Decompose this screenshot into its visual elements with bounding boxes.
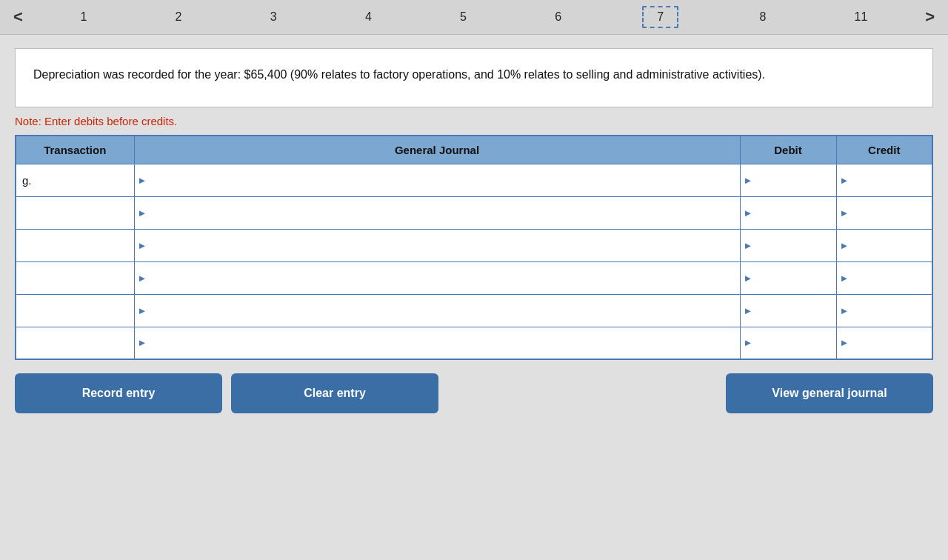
cell-journal-2[interactable]: ► bbox=[134, 229, 740, 261]
cell-credit-5[interactable]: ► bbox=[836, 327, 932, 359]
table-row: ► ► ► bbox=[16, 229, 932, 261]
debit-arrow-5: ► bbox=[741, 338, 753, 347]
cell-transaction-2[interactable] bbox=[16, 229, 134, 261]
debit-arrow-3: ► bbox=[741, 273, 753, 283]
view-general-journal-button[interactable]: View general journal bbox=[726, 373, 933, 413]
nav-tabs: 1 2 3 4 5 6 7 8 11 bbox=[36, 6, 912, 28]
cell-debit-4[interactable]: ► bbox=[740, 294, 836, 327]
description-box: Depreciation was recorded for the year: … bbox=[15, 48, 933, 107]
table-row: ► ► ► bbox=[16, 196, 932, 229]
col-header-debit: Debit bbox=[740, 136, 836, 164]
cell-journal-0[interactable]: ► bbox=[134, 164, 740, 196]
cell-debit-3[interactable]: ► bbox=[740, 261, 836, 294]
cell-debit-0[interactable]: ► bbox=[740, 164, 836, 196]
cell-journal-3[interactable]: ► bbox=[134, 261, 740, 294]
table-row: ► ► ► bbox=[16, 261, 932, 294]
nav-tab-6[interactable]: 6 bbox=[547, 9, 569, 25]
debit-arrow-2: ► bbox=[741, 241, 753, 250]
col-header-transaction: Transaction bbox=[16, 136, 134, 164]
journal-arrow-4: ► bbox=[135, 306, 147, 316]
journal-arrow-5: ► bbox=[135, 338, 147, 347]
nav-tab-8[interactable]: 8 bbox=[752, 9, 773, 25]
table-header-row: Transaction General Journal Debit Credit bbox=[16, 136, 932, 164]
credit-arrow-3: ► bbox=[837, 273, 849, 283]
cell-credit-1[interactable]: ► bbox=[836, 196, 932, 229]
debit-arrow-1: ► bbox=[741, 208, 753, 218]
nav-tab-4[interactable]: 4 bbox=[358, 9, 379, 25]
buttons-bar: Record entry Clear entry View general jo… bbox=[15, 373, 933, 413]
debit-arrow-0: ► bbox=[741, 176, 753, 185]
journal-table-wrapper: Transaction General Journal Debit Credit… bbox=[15, 135, 933, 361]
record-entry-button[interactable]: Record entry bbox=[15, 373, 222, 413]
nav-tab-11[interactable]: 11 bbox=[847, 9, 875, 25]
credit-arrow-4: ► bbox=[837, 306, 849, 316]
credit-arrow-2: ► bbox=[837, 241, 849, 250]
cell-transaction-5[interactable] bbox=[16, 327, 134, 359]
note-text: Note: Enter debits before credits. bbox=[15, 115, 933, 127]
cell-journal-5[interactable]: ► bbox=[134, 327, 740, 359]
cell-transaction-1[interactable] bbox=[16, 196, 134, 229]
clear-entry-button[interactable]: Clear entry bbox=[231, 373, 438, 413]
table-row: g. ► ► ► bbox=[16, 164, 932, 196]
credit-arrow-5: ► bbox=[837, 338, 849, 347]
journal-arrow-0: ► bbox=[135, 176, 147, 185]
description-text: Depreciation was recorded for the year: … bbox=[33, 68, 765, 81]
col-header-journal: General Journal bbox=[134, 136, 740, 164]
table-row: ► ► ► bbox=[16, 327, 932, 359]
prev-arrow[interactable]: < bbox=[0, 7, 36, 27]
cell-transaction-3[interactable] bbox=[16, 261, 134, 294]
nav-tab-7[interactable]: 7 bbox=[642, 6, 678, 28]
cell-journal-4[interactable]: ► bbox=[134, 294, 740, 327]
cell-journal-1[interactable]: ► bbox=[134, 196, 740, 229]
col-header-credit: Credit bbox=[836, 136, 932, 164]
cell-credit-0[interactable]: ► bbox=[836, 164, 932, 196]
next-arrow[interactable]: > bbox=[912, 7, 948, 27]
cell-credit-2[interactable]: ► bbox=[836, 229, 932, 261]
journal-arrow-3: ► bbox=[135, 273, 147, 283]
nav-tab-1[interactable]: 1 bbox=[73, 9, 94, 25]
credit-arrow-1: ► bbox=[837, 208, 849, 218]
cell-debit-1[interactable]: ► bbox=[740, 196, 836, 229]
cell-debit-5[interactable]: ► bbox=[740, 327, 836, 359]
debit-arrow-4: ► bbox=[741, 306, 753, 316]
nav-bar: < 1 2 3 4 5 6 7 8 11 > bbox=[0, 0, 948, 35]
journal-table: Transaction General Journal Debit Credit… bbox=[15, 135, 933, 361]
cell-transaction-0[interactable]: g. bbox=[16, 164, 134, 196]
transaction-label-0: g. bbox=[16, 174, 32, 187]
cell-credit-4[interactable]: ► bbox=[836, 294, 932, 327]
nav-tab-3[interactable]: 3 bbox=[263, 9, 284, 25]
cell-debit-2[interactable]: ► bbox=[740, 229, 836, 261]
nav-tab-2[interactable]: 2 bbox=[168, 9, 190, 25]
journal-arrow-1: ► bbox=[135, 208, 147, 218]
cell-transaction-4[interactable] bbox=[16, 294, 134, 327]
cell-credit-3[interactable]: ► bbox=[836, 261, 932, 294]
credit-arrow-0: ► bbox=[837, 176, 849, 185]
nav-tab-5[interactable]: 5 bbox=[453, 9, 474, 25]
journal-arrow-2: ► bbox=[135, 241, 147, 250]
table-row: ► ► ► bbox=[16, 294, 932, 327]
